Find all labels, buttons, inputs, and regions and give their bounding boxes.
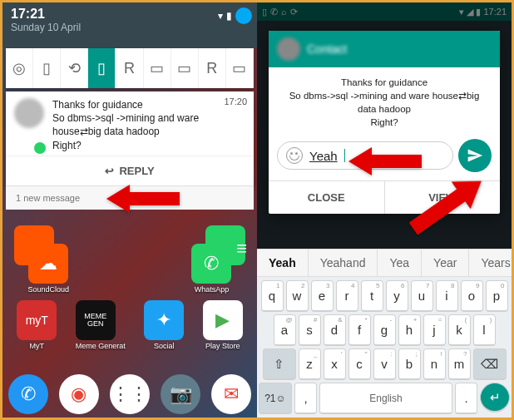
emoji-icon[interactable] — [286, 147, 303, 164]
key-u[interactable]: u7 — [411, 280, 433, 312]
date: Sunday 10 April — [11, 22, 249, 33]
key-c[interactable]: c″ — [348, 348, 371, 380]
dock-phone[interactable]: ✆ — [8, 374, 48, 414]
reply-icon: ↩ — [105, 165, 114, 177]
key-n[interactable]: n! — [423, 348, 446, 380]
portrait-tile[interactable]: ▯ — [88, 48, 116, 88]
key-d[interactable]: d& — [324, 314, 346, 346]
key-g[interactable]: g- — [373, 314, 396, 346]
dock-chrome[interactable]: ◉ — [59, 374, 99, 414]
key-space[interactable]: English — [319, 383, 452, 414]
expand-handle-icon[interactable]: ≡ — [236, 238, 247, 259]
r-tile[interactable]: R — [116, 48, 143, 88]
app-row-partial — [2, 225, 257, 244]
key-period[interactable]: . — [455, 383, 477, 414]
app-social[interactable]: ✦Social — [144, 300, 184, 350]
keyboard-suggestions: Yeah Yeahand Yea Year Years ⌄ — [257, 249, 512, 277]
sender-avatar — [14, 98, 44, 128]
clock: 17:21 — [11, 7, 249, 22]
key-j[interactable]: j= — [423, 314, 446, 346]
profile-avatar-icon[interactable] — [235, 7, 252, 24]
wifi-icon: ▾ — [218, 10, 223, 22]
key-t[interactable]: t5 — [361, 280, 383, 312]
key-k[interactable]: k( — [448, 314, 471, 346]
close-button[interactable]: CLOSE — [269, 181, 385, 214]
send-button[interactable] — [458, 139, 492, 172]
notification-time: 17:20 — [224, 96, 247, 106]
reply-popup-screen: ▯ ✆ ⌕ ⟳ ▾ ◢ ▮ 17:21 Contact Thanks for g… — [257, 2, 512, 418]
key-v[interactable]: v: — [373, 348, 396, 380]
key-symbols[interactable]: ?1☺ — [259, 383, 292, 414]
notification-text: Thanks for guidance So dbms->sql ->minin… — [52, 98, 245, 152]
key-e[interactable]: e3 — [311, 280, 334, 312]
dock: ✆ ◉ ⋮⋮ 📷 ✉ — [2, 374, 257, 414]
key-a[interactable]: a@ — [274, 314, 296, 346]
key-shift[interactable]: ⇧ — [263, 348, 296, 380]
key-comma[interactable]: , — [294, 383, 317, 414]
key-q[interactable]: q1 — [261, 280, 284, 312]
annotation-arrow-reply — [106, 181, 181, 220]
dock-camera[interactable]: 📷 — [161, 374, 200, 414]
popup-header: Contact — [269, 31, 500, 67]
key-i[interactable]: i8 — [436, 280, 458, 312]
app-whatsapp[interactable]: ✆WhatsApp — [191, 244, 231, 294]
shield-tile[interactable]: ▯ — [33, 48, 61, 88]
key-m[interactable]: m? — [448, 348, 471, 380]
message-text: Thanks for guidance So dbms->sql ->minin… — [269, 76, 500, 139]
landscape-outline-tile[interactable]: ▭ — [171, 48, 199, 88]
whatsapp-badge-icon — [34, 142, 46, 154]
quick-settings-bar: ◎ ▯ ⟲ ▯ R ▭ ▭ R ▭ — [6, 48, 254, 88]
key-y[interactable]: y6 — [386, 280, 408, 312]
landscape-tile[interactable]: ▭ — [144, 48, 171, 88]
r-outline-tile[interactable]: R — [199, 48, 226, 88]
dock-gmail[interactable]: ✉ — [211, 374, 251, 414]
key-backspace[interactable]: ⌫ — [473, 348, 507, 380]
annotation-arrow-input — [348, 144, 423, 182]
key-p[interactable]: p0 — [486, 280, 508, 312]
key-f[interactable]: f* — [348, 314, 371, 346]
rotation-tile[interactable]: ◎ — [6, 48, 33, 88]
key-w[interactable]: w2 — [286, 280, 309, 312]
whatsapp-notification[interactable]: Thanks for guidance So dbms->sql ->minin… — [6, 91, 254, 185]
suggestion[interactable]: Years — [469, 250, 512, 276]
status-bar: 17:21 Sunday 10 April ▾ ▮ — [2, 2, 257, 48]
suggestion[interactable]: Yeahand — [309, 250, 378, 276]
key-h[interactable]: h+ — [398, 314, 421, 346]
sender-avatar — [277, 37, 300, 61]
suggestion[interactable]: Yeah — [257, 250, 309, 276]
key-b[interactable]: b; — [398, 348, 421, 380]
key-o[interactable]: o9 — [461, 280, 483, 312]
suggestion[interactable]: Year — [422, 250, 469, 276]
key-x[interactable]: x′ — [324, 348, 346, 380]
app-myt[interactable]: myTMyT — [17, 300, 57, 350]
key-l[interactable]: l) — [473, 314, 496, 346]
auto-rotate-tile[interactable]: ⟲ — [61, 48, 88, 88]
svg-marker-1 — [348, 147, 422, 175]
key-s[interactable]: s# — [299, 314, 321, 346]
dock-apps[interactable]: ⋮⋮ — [110, 374, 150, 414]
key-z[interactable]: z_ — [299, 348, 321, 380]
svg-marker-0 — [106, 185, 180, 213]
app-meme[interactable]: MEMEGENMeme Generat — [76, 300, 126, 350]
keyboard: q1w2e3r4t5y6u7i8o9p0 a@s#d&f*g-h+j=k(l) … — [257, 277, 512, 418]
sender-name: Contact — [307, 42, 347, 56]
battery-icon: ▮ — [226, 10, 232, 22]
lock-screen-notification: 17:21 Sunday 10 April ▾ ▮ ◎ ▯ ⟲ ▯ R ▭ ▭ … — [2, 2, 257, 418]
app-soundcloud[interactable]: ☁SoundCloud — [28, 244, 70, 294]
key-r[interactable]: r4 — [336, 280, 358, 312]
app-playstore[interactable]: ▶Play Store — [203, 300, 243, 350]
screen-tile[interactable]: ▭ — [226, 48, 254, 88]
suggestion[interactable]: Yea — [378, 250, 422, 276]
key-enter[interactable]: ↵ — [480, 383, 510, 413]
